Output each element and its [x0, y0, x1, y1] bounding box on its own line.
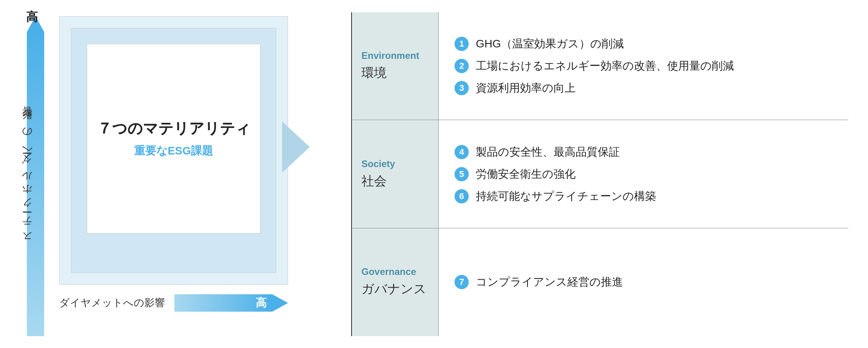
esg-gov-items: 7 コンプライアンス経営の推進 — [439, 228, 848, 336]
item-number-1: 1 — [455, 37, 469, 51]
esg-gov-label-en: Governance — [361, 266, 416, 277]
x-axis-high-label: 高 — [256, 295, 267, 310]
esg-env-label-en: Environment — [361, 50, 419, 61]
item-number-4: 4 — [455, 145, 469, 159]
x-axis-area: ダイヤメットへの影響 高 — [59, 294, 288, 312]
y-axis: ステークホルダーへの影響 高 — [20, 12, 51, 336]
matrix-area: ７つのマテリアリティ 重要なESG課題 ダイヤメットへの影響 高 — [51, 12, 327, 336]
item-text-7: コンプライアンス経営の推進 — [476, 275, 623, 290]
esg-row-environment: Environment 環境 1 GHG（温室効果ガス）の削減 2 工場における… — [352, 12, 848, 120]
esg-row-governance: Governance ガバナンス 7 コンプライアンス経営の推進 — [352, 228, 848, 336]
item-number-3: 3 — [455, 81, 469, 95]
x-axis-bar: 高 — [174, 294, 272, 312]
esg-soc-items: 4 製品の安全性、最高品質保証 5 労働安全衛生の強化 6 持続可能なサプライチ… — [439, 120, 848, 228]
item-number-2: 2 — [455, 59, 469, 73]
item-text-6: 持続可能なサプライチェーンの構築 — [476, 189, 656, 204]
center-box: ７つのマテリアリティ 重要なESG課題 — [87, 44, 260, 233]
left-section: ステークホルダーへの影響 高 ７つのマテリアリティ 重要なESG課題 — [20, 12, 327, 336]
item-number-5: 5 — [455, 167, 469, 181]
matrix-wrapper: ７つのマテリアリティ 重要なESG課題 — [59, 16, 288, 285]
esg-row-society: Society 社会 4 製品の安全性、最高品質保証 5 労働安全衛生の強化 6… — [352, 120, 848, 228]
esg-table: Environment 環境 1 GHG（温室効果ガス）の削減 2 工場における… — [351, 12, 848, 336]
y-axis-bar: ステークホルダーへの影響 — [27, 32, 44, 336]
esg-category-society: Society 社会 — [352, 120, 439, 228]
item-number-7: 7 — [455, 275, 469, 289]
list-item: 2 工場におけるエネルギー効率の改善、使用量の削減 — [455, 58, 832, 73]
y-axis-high-label: 高 — [26, 9, 38, 25]
list-item: 5 労働安全衛生の強化 — [455, 167, 832, 182]
matrix-right-arrow — [282, 121, 310, 174]
list-item: 3 資源利用効率の向上 — [455, 81, 832, 96]
esg-soc-label-en: Society — [361, 158, 395, 169]
list-item: 1 GHG（温室効果ガス）の削減 — [455, 36, 832, 51]
esg-soc-label-jp: 社会 — [361, 173, 387, 190]
x-axis-label: ダイヤメットへの影響 — [59, 296, 165, 310]
esg-env-label-jp: 環境 — [361, 64, 387, 82]
svg-marker-0 — [282, 121, 310, 173]
center-box-title: ７つのマテリアリティ — [97, 119, 251, 139]
item-text-3: 資源利用効率の向上 — [476, 81, 576, 96]
esg-category-governance: Governance ガバナンス — [352, 228, 439, 336]
item-text-5: 労働安全衛生の強化 — [476, 167, 576, 182]
item-text-1: GHG（温室効果ガス）の削減 — [476, 36, 624, 51]
list-item: 6 持続可能なサプライチェーンの構築 — [455, 189, 832, 204]
center-box-subtitle: 重要なESG課題 — [134, 143, 213, 158]
y-axis-label-vertical: ステークホルダーへの影響 — [20, 122, 34, 245]
item-text-2: 工場におけるエネルギー効率の改善、使用量の削減 — [476, 58, 734, 73]
esg-category-environment: Environment 環境 — [352, 12, 439, 120]
list-item: 7 コンプライアンス経営の推進 — [455, 275, 832, 290]
list-item: 4 製品の安全性、最高品質保証 — [455, 145, 832, 160]
item-text-4: 製品の安全性、最高品質保証 — [476, 145, 620, 160]
main-container: ステークホルダーへの影響 高 ７つのマテリアリティ 重要なESG課題 — [20, 12, 848, 336]
x-axis-arrow — [272, 294, 288, 312]
esg-env-items: 1 GHG（温室効果ガス）の削減 2 工場におけるエネルギー効率の改善、使用量の… — [439, 12, 848, 120]
y-axis-bar-wrapper: ステークホルダーへの影響 — [20, 32, 51, 336]
item-number-6: 6 — [455, 189, 469, 203]
esg-gov-label-jp: ガバナンス — [361, 280, 427, 298]
